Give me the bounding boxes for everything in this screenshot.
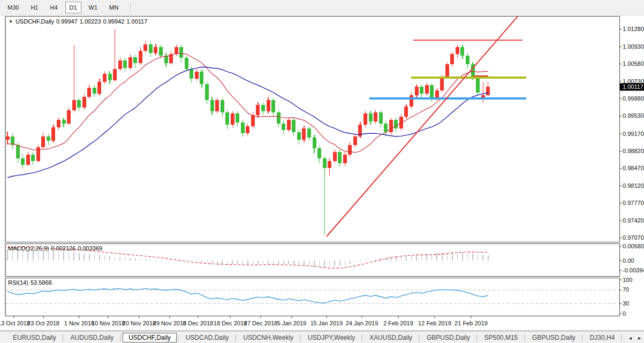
tab-divider: │ (418, 334, 421, 341)
svg-text:1.00930: 1.00930 (623, 43, 644, 50)
svg-text:1.00117: 1.00117 (623, 83, 643, 90)
svg-text:0.98820: 0.98820 (623, 148, 644, 154)
tab-usdchf-daily[interactable]: USDCHF,Daily (123, 333, 177, 342)
svg-text:1.01280: 1.01280 (623, 26, 644, 32)
tab-xauusd-daily[interactable]: XAUUSD,Daily (364, 333, 418, 342)
svg-text:0.00: 0.00 (623, 257, 634, 264)
tab-usdjpy-weekly[interactable]: USDJPY,Weekly (302, 333, 360, 342)
tab-gbpusd-daily[interactable]: GBPUSD,Daily (527, 333, 581, 342)
macd-indicator-label: MACD(12,26,9)0.0021260.003369 (8, 245, 104, 251)
rsi-label: RSI(14) (8, 279, 28, 286)
chart-close-value: 1.00117 (126, 18, 147, 25)
rsi-value: 53.5868 (31, 279, 52, 286)
macd-value-1: 0.002126 (51, 245, 75, 251)
svg-text:5 Jan 2019: 5 Jan 2019 (277, 320, 306, 326)
chart-dropdown-icon[interactable]: ▼ (9, 19, 13, 24)
svg-text:27 Dec 2018: 27 Dec 2018 (244, 320, 277, 326)
svg-text:0.99880: 0.99880 (623, 95, 644, 102)
tab-scroll-arrows: ◂ ▸ (625, 332, 641, 343)
chart-canvas[interactable]: 1.012801.009301.005801.002300.998800.995… (0, 0, 644, 343)
svg-text:23 Oct 2018: 23 Oct 2018 (27, 320, 59, 326)
tab-divider: │ (523, 334, 527, 341)
tab-divider: │ (360, 334, 364, 341)
svg-text:21 Feb 2019: 21 Feb 2019 (454, 320, 488, 326)
tab-divider: │ (620, 334, 623, 341)
svg-text:0.97070: 0.97070 (623, 234, 644, 241)
svg-text:24 Jan 2019: 24 Jan 2019 (346, 320, 378, 326)
tab-audusd-daily[interactable]: AUDUSD,Daily (65, 333, 119, 342)
tab-divider: │ (177, 334, 180, 341)
tabs-scroll-right-icon[interactable]: ▸ (638, 335, 641, 341)
svg-text:0.99530: 0.99530 (623, 112, 644, 119)
svg-text:0.99170: 0.99170 (623, 131, 644, 137)
tab-divider: │ (299, 334, 302, 341)
tab-usdcnh-weekly[interactable]: USDCNH,Weekly (238, 333, 299, 342)
svg-text:20 Nov 2018: 20 Nov 2018 (123, 320, 156, 326)
chart-tabs: EURUSD,Daily│AUDUSD,Daily│USDCHF,Daily│U… (0, 333, 623, 342)
svg-text:0.005802: 0.005802 (623, 243, 644, 249)
trading-terminal-window: M30H1H4D1W1MN 1.012801.009301.005801.002… (0, 0, 644, 343)
svg-text:2 Feb 2019: 2 Feb 2019 (383, 320, 413, 326)
svg-text:15 Jan 2019: 15 Jan 2019 (310, 320, 343, 326)
svg-text:8 Dec 2018: 8 Dec 2018 (183, 320, 213, 326)
svg-text:0.97770: 0.97770 (623, 200, 644, 206)
macd-value-2: 0.003369 (78, 245, 102, 251)
rsi-indicator-label: RSI(14)53.5868 (8, 279, 54, 286)
tab-divider: │ (119, 334, 123, 341)
svg-text:0.98470: 0.98470 (623, 165, 644, 171)
svg-text:18 Dec 2018: 18 Dec 2018 (214, 320, 247, 326)
tab-divider: │ (234, 334, 238, 341)
tab-divider: │ (581, 334, 585, 341)
svg-text:0.97420: 0.97420 (623, 217, 644, 224)
svg-text:0: 0 (623, 310, 626, 317)
svg-text:1 Nov 2018: 1 Nov 2018 (64, 320, 94, 326)
chart-symbol-label: USDCHF,Daily (16, 18, 54, 25)
tabs-scroll-left-icon[interactable]: ◂ (629, 335, 632, 341)
svg-text:12 Feb 2019: 12 Feb 2019 (418, 320, 451, 326)
tab-dj30-h4[interactable]: DJ30,H4 (585, 333, 620, 342)
chart-background (0, 16, 644, 331)
chart-title: ▼USDCHF,Daily0.999471.002230.999421.0011… (9, 18, 149, 25)
svg-text:13 Oct 2018: 13 Oct 2018 (0, 320, 30, 326)
tab-divider: │ (62, 334, 65, 341)
svg-text:-0.003945: -0.003945 (623, 267, 644, 273)
svg-text:70: 70 (623, 286, 629, 293)
tab-usdcad-daily[interactable]: USDCAD,Daily (180, 333, 234, 342)
chart-high-value: 1.00223 (80, 18, 101, 25)
macd-label: MACD(12,26,9) (8, 245, 49, 251)
tab-sp500-m15[interactable]: SP500,M15 (479, 333, 524, 342)
chart-low-value: 0.99942 (103, 18, 125, 25)
chart-tab-bar: EURUSD,Daily│AUDUSD,Daily│USDCHF,Daily│U… (0, 331, 644, 343)
tab-divider: │ (475, 334, 479, 341)
svg-text:30: 30 (623, 300, 629, 307)
svg-text:0.98120: 0.98120 (623, 182, 644, 189)
svg-text:10 Nov 2018: 10 Nov 2018 (92, 320, 125, 326)
svg-text:100: 100 (623, 277, 632, 283)
chart-open-value: 0.99947 (56, 18, 78, 25)
tab-eurusd-daily[interactable]: EURUSD,Daily (7, 333, 62, 342)
svg-text:1.00580: 1.00580 (623, 60, 644, 67)
tab-gbpusd-daily[interactable]: GBPUSD,Daily (421, 333, 475, 342)
svg-text:29 Nov 2018: 29 Nov 2018 (153, 320, 186, 326)
